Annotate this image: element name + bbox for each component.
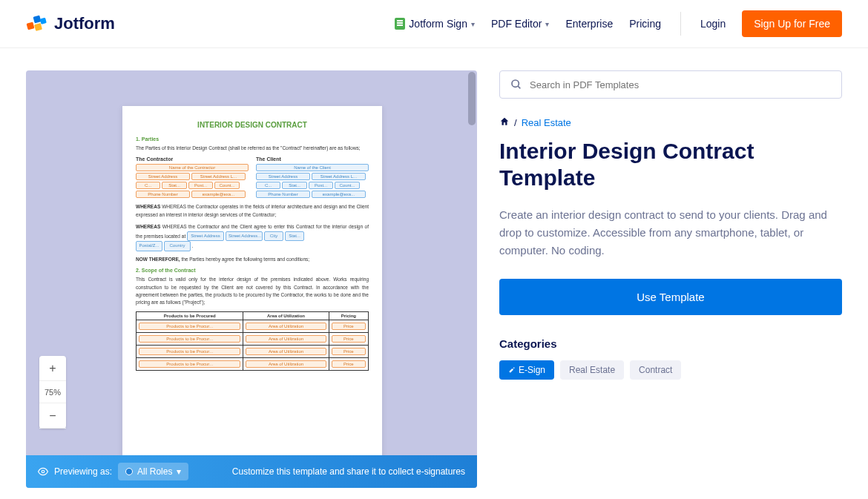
tags: E-Sign Real Estate Contract	[499, 360, 842, 380]
field-product[interactable]: Products to be Procur...	[139, 335, 240, 343]
field-state[interactable]: Stat...	[282, 182, 306, 189]
doc-text: This Contract is valid only for the inte…	[136, 276, 369, 307]
doc-section: 1. Parties	[136, 136, 369, 142]
field-email[interactable]: example@exa...	[191, 191, 246, 198]
login-link[interactable]: Login	[700, 18, 726, 30]
document-icon	[395, 18, 405, 30]
svg-line-6	[518, 86, 520, 88]
roles-icon	[125, 468, 133, 475]
chevron-down-icon: ▾	[545, 20, 549, 28]
field-price[interactable]: Price	[332, 323, 366, 330]
signup-button[interactable]: Sign Up for Free	[742, 10, 842, 37]
nav-enterprise[interactable]: Enterprise	[565, 18, 613, 30]
field-area[interactable]: Area of Utilization	[246, 335, 326, 343]
field-email[interactable]: example@exa...	[312, 191, 366, 198]
right-panel: / Real Estate Interior Design Contract T…	[499, 70, 842, 488]
field-product[interactable]: Products to be Procur...	[139, 323, 240, 330]
logo[interactable]: Jotform	[26, 13, 115, 35]
zoom-out-button[interactable]: −	[39, 403, 66, 429]
page-title: Interior Design Contract Template	[499, 138, 842, 191]
use-template-button[interactable]: Use Template	[499, 279, 842, 315]
breadcrumb-link[interactable]: Real Estate	[522, 117, 571, 128]
doc-text: NOW THEREFORE, the Parties hereby agree …	[136, 256, 369, 263]
nav-pdf-editor[interactable]: PDF Editor ▾	[491, 18, 549, 30]
doc-section: 2. Scope of the Contract	[136, 268, 369, 273]
field-phone[interactable]: Phone Number	[136, 191, 190, 198]
logo-icon	[26, 13, 48, 35]
nav-pricing[interactable]: Pricing	[629, 18, 661, 30]
chevron-down-icon: ▾	[177, 466, 181, 477]
field-city[interactable]: C...	[256, 182, 280, 189]
field-contractor-name[interactable]: Name of the Contractor	[136, 164, 249, 171]
preview-panel: + 75% − INTERIOR DESIGN CONTRACT 1. Part…	[26, 70, 477, 488]
nav-jotform-sign[interactable]: Jotform Sign ▾	[395, 18, 475, 30]
field-state[interactable]: Stat...	[162, 182, 186, 189]
field-city[interactable]: C...	[136, 182, 160, 189]
preview-as: Previewing as: All Roles ▾	[38, 463, 188, 480]
field-area[interactable]: Area of Utilization	[246, 360, 326, 368]
tag-contract[interactable]: Contract	[630, 360, 681, 380]
svg-rect-1	[33, 15, 41, 23]
home-icon[interactable]	[499, 116, 510, 129]
zoom-in-button[interactable]: +	[39, 356, 66, 381]
client-heading: The Client	[256, 156, 369, 162]
pen-icon	[508, 366, 516, 374]
field-price[interactable]: Price	[332, 348, 366, 355]
categories-title: Categories	[499, 337, 842, 350]
doc-text: The Parties of this Interior Design Cont…	[136, 145, 369, 152]
preview-bottom-bar: Previewing as: All Roles ▾ Customize thi…	[26, 455, 477, 488]
field-price[interactable]: Price	[332, 335, 366, 343]
field-phone[interactable]: Phone Number	[256, 191, 310, 198]
field-area[interactable]: Area of Utilization	[246, 323, 326, 330]
search-icon	[510, 79, 522, 90]
roles-label: All Roles	[137, 466, 172, 477]
customize-text: Customize this template and share it to …	[232, 466, 465, 477]
tag-realestate[interactable]: Real Estate	[560, 360, 624, 380]
nav-label: Enterprise	[565, 18, 613, 30]
field-street2[interactable]: Street Address L...	[191, 173, 246, 180]
search-input[interactable]	[530, 79, 831, 90]
scrollbar[interactable]	[468, 72, 476, 125]
page-description: Create an interior design contract to se…	[499, 206, 842, 260]
search-box[interactable]	[499, 70, 842, 99]
preview-as-label: Previewing as:	[54, 466, 112, 477]
divider	[680, 12, 681, 36]
field-street2[interactable]: Street Address L...	[312, 173, 366, 180]
roles-select[interactable]: All Roles ▾	[118, 463, 188, 480]
field-postal[interactable]: Post...	[188, 182, 213, 189]
logo-text: Jotform	[54, 14, 115, 33]
field-loc-street[interactable]: Street Address	[187, 231, 224, 242]
field-price[interactable]: Price	[332, 360, 366, 368]
svg-rect-0	[26, 22, 34, 30]
document-preview[interactable]: INTERIOR DESIGN CONTRACT 1. Parties The …	[122, 106, 382, 488]
nav-label: Pricing	[629, 18, 661, 30]
field-client-name[interactable]: Name of the Client	[256, 164, 369, 171]
zoom-level: 75%	[39, 381, 66, 403]
field-loc-street2[interactable]: Street Address...	[226, 231, 263, 242]
field-area[interactable]: Area of Utilization	[246, 348, 326, 355]
field-country[interactable]: Count...	[335, 182, 359, 189]
field-country[interactable]: Count...	[214, 182, 239, 189]
svg-rect-2	[34, 23, 42, 31]
doc-table: Products to be ProcuredArea of Utilizati…	[136, 311, 369, 371]
doc-text: WHEREAS WHEREAS the Contractor operates …	[136, 203, 369, 219]
main: + 75% − INTERIOR DESIGN CONTRACT 1. Part…	[0, 48, 868, 488]
chevron-down-icon: ▾	[471, 20, 475, 28]
field-street[interactable]: Street Address	[136, 173, 190, 180]
field-product[interactable]: Products to be Procur...	[139, 360, 240, 368]
svg-point-5	[512, 80, 519, 87]
contractor-heading: The Contractor	[136, 156, 249, 162]
svg-rect-3	[40, 18, 47, 24]
field-product[interactable]: Products to be Procur...	[139, 348, 240, 355]
field-street[interactable]: Street Address	[256, 173, 310, 180]
field-loc-postal[interactable]: Postal/Z...	[136, 241, 162, 251]
field-postal[interactable]: Post...	[309, 182, 333, 189]
nav-label: Jotform Sign	[409, 18, 467, 30]
doc-text: WHEREAS WHEREAS the Contractor and the C…	[136, 223, 369, 251]
field-loc-state[interactable]: Stat...	[285, 231, 304, 242]
svg-point-4	[42, 470, 45, 473]
field-loc-city[interactable]: City	[264, 231, 283, 242]
field-loc-country[interactable]: Country	[164, 241, 191, 251]
breadcrumb-separator: /	[514, 117, 517, 128]
tag-esign[interactable]: E-Sign	[499, 360, 554, 380]
